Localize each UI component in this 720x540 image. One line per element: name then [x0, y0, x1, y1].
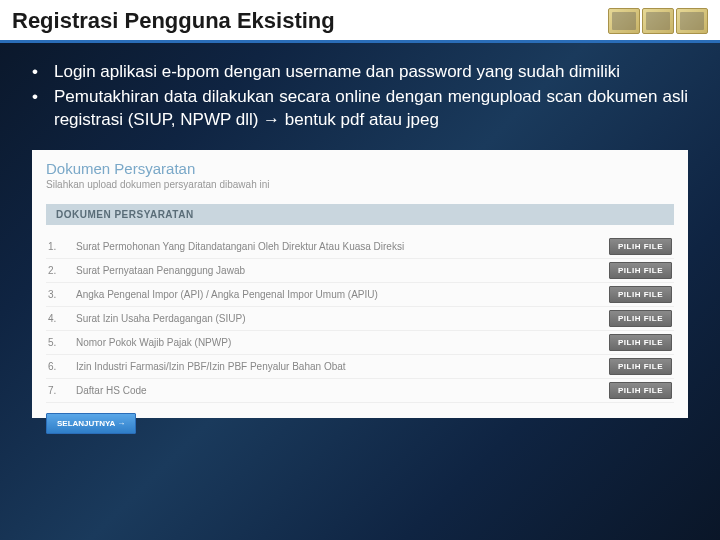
title-bar: Registrasi Pengguna Eksisting: [0, 0, 720, 43]
doc-number: 5.: [48, 337, 62, 348]
panel-subtitle: Silahkan upload dokumen persyaratan diba…: [46, 179, 674, 190]
pilih-file-button[interactable]: PILIH FILE: [609, 238, 672, 255]
pilih-file-button[interactable]: PILIH FILE: [609, 286, 672, 303]
upload-panel: Dokumen Persyaratan Silahkan upload doku…: [32, 150, 688, 418]
page-title: Registrasi Pengguna Eksisting: [12, 8, 335, 34]
doc-label: Daftar HS Code: [76, 385, 147, 396]
doc-row: 4. Surat Izin Usaha Perdagangan (SIUP) P…: [46, 307, 674, 331]
bullet-item: Pemutakhiran data dilakukan secara onlin…: [32, 86, 688, 132]
title-decoration: [608, 8, 708, 34]
pilih-file-button[interactable]: PILIH FILE: [609, 334, 672, 351]
doc-label: Surat Izin Usaha Perdagangan (SIUP): [76, 313, 246, 324]
doc-label: Nomor Pokok Wajib Pajak (NPWP): [76, 337, 231, 348]
doc-row: 3. Angka Pengenal Impor (API) / Angka Pe…: [46, 283, 674, 307]
doc-number: 2.: [48, 265, 62, 276]
slide-content: Login aplikasi e-bpom dengan username da…: [0, 43, 720, 140]
pilih-file-button[interactable]: PILIH FILE: [609, 262, 672, 279]
doc-row: 6. Izin Industri Farmasi/Izin PBF/Izin P…: [46, 355, 674, 379]
selanjutnya-button[interactable]: SELANJUTNYA →: [46, 413, 136, 434]
bullet-item: Login aplikasi e-bpom dengan username da…: [32, 61, 688, 84]
doc-label: Surat Pernyataan Penanggung Jawab: [76, 265, 245, 276]
doc-label: Angka Pengenal Impor (API) / Angka Penge…: [76, 289, 378, 300]
pilih-file-button[interactable]: PILIH FILE: [609, 382, 672, 399]
deco-image: [608, 8, 640, 34]
doc-number: 4.: [48, 313, 62, 324]
doc-row: 2. Surat Pernyataan Penanggung Jawab PIL…: [46, 259, 674, 283]
doc-number: 1.: [48, 241, 62, 252]
doc-label: Izin Industri Farmasi/Izin PBF/Izin PBF …: [76, 361, 346, 372]
doc-number: 3.: [48, 289, 62, 300]
section-header: DOKUMEN PERSYARATAN: [46, 204, 674, 225]
doc-row: 5. Nomor Pokok Wajib Pajak (NPWP) PILIH …: [46, 331, 674, 355]
pilih-file-button[interactable]: PILIH FILE: [609, 310, 672, 327]
deco-image: [642, 8, 674, 34]
doc-row: 1. Surat Permohonan Yang Ditandatangani …: [46, 235, 674, 259]
doc-number: 6.: [48, 361, 62, 372]
doc-number: 7.: [48, 385, 62, 396]
bullet-list: Login aplikasi e-bpom dengan username da…: [32, 61, 688, 132]
pilih-file-button[interactable]: PILIH FILE: [609, 358, 672, 375]
deco-image: [676, 8, 708, 34]
doc-row: 7. Daftar HS Code PILIH FILE: [46, 379, 674, 403]
doc-label: Surat Permohonan Yang Ditandatangani Ole…: [76, 241, 404, 252]
panel-title: Dokumen Persyaratan: [46, 160, 674, 177]
